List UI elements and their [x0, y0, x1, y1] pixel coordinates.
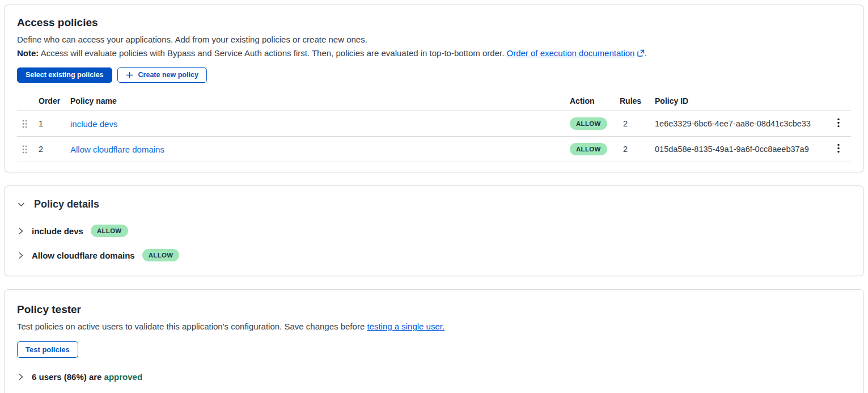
row-menu-button[interactable] [834, 140, 843, 158]
column-header-rules: Rules [620, 96, 655, 105]
drag-handle-icon[interactable] [22, 145, 28, 154]
rules-cell: 2 [620, 119, 655, 128]
action-badge: ALLOW [142, 249, 180, 261]
page: Access policies Define who can access yo… [0, 0, 868, 393]
action-badge: ALLOW [570, 117, 607, 130]
tester-result-row[interactable]: 6 users (86%) are approved [17, 372, 851, 382]
result-count-text: 6 users (86%) are [32, 372, 104, 382]
action-badge: ALLOW [570, 143, 607, 155]
table-header-row: Order Policy name Action Rules Policy ID [17, 94, 851, 111]
policy-tester-title: Policy tester [17, 303, 851, 316]
policy-name-link[interactable]: Allow cloudflare domains [70, 145, 164, 154]
tester-description-text: Test policies on active users to validat… [17, 322, 367, 331]
policy-id-cell: 015da58e-8135-49a1-9a6f-0cc8aeeb37a9 [655, 145, 826, 154]
chevron-right-icon [17, 252, 24, 259]
row-menu-button[interactable] [834, 115, 843, 133]
policy-tester-description: Test policies on active users to validat… [17, 320, 851, 333]
policy-details-card: Policy details include devs ALLOW Allow … [4, 185, 864, 276]
policy-detail-item[interactable]: include devs ALLOW [17, 225, 851, 237]
table-row: 2 Allow cloudflare domains ALLOW 2 015da… [17, 137, 851, 162]
access-policies-card: Access policies Define who can access yo… [4, 5, 864, 172]
policy-details-title: Policy details [34, 198, 99, 210]
plus-icon [126, 71, 133, 79]
note-label: Note: [17, 48, 39, 58]
chevron-right-icon [17, 227, 24, 235]
column-header-policy-name: Policy name [70, 96, 570, 105]
policy-tester-card: Policy tester Test policies on active us… [4, 289, 864, 393]
tester-results: 6 users (86%) are approved 1 user (14%) … [17, 372, 851, 393]
column-header-order: Order [39, 96, 70, 105]
external-link-icon [637, 49, 645, 57]
kebab-icon [837, 143, 840, 155]
policy-name-link[interactable]: include devs [70, 119, 117, 129]
select-existing-policies-button[interactable]: Select existing policies [17, 67, 112, 83]
drag-handle-icon[interactable] [22, 119, 28, 129]
policy-details-header[interactable]: Policy details [17, 193, 851, 212]
policy-id-cell: 1e6e3329-6bc6-4ee7-aa8e-08d41c3cbe33 [655, 119, 826, 128]
test-policies-button[interactable]: Test policies [17, 341, 78, 358]
create-new-policy-button[interactable]: Create new policy [117, 67, 207, 83]
table-row: 1 include devs ALLOW 2 1e6e3329-6bc6-4ee… [17, 111, 851, 137]
access-policies-title: Access policies [17, 16, 851, 29]
action-badge: ALLOW [91, 225, 128, 237]
policy-detail-name: include devs [32, 226, 83, 236]
access-policies-description: Define who can access your applications.… [17, 33, 851, 47]
access-policies-note: Note: Access will evaluate policies with… [17, 47, 851, 60]
kebab-icon [837, 118, 840, 129]
rules-cell: 2 [620, 145, 655, 154]
create-new-policy-label: Create new policy [138, 71, 198, 79]
policies-table: Order Policy name Action Rules Policy ID… [17, 94, 851, 162]
order-cell: 1 [39, 119, 70, 128]
order-of-execution-link[interactable]: Order of execution documentation [506, 48, 634, 58]
chevron-right-icon [17, 373, 24, 381]
policy-actions-row: Select existing policies Create new poli… [17, 67, 851, 83]
note-text: Access will evaluate policies with Bypas… [39, 48, 506, 58]
policy-detail-name: Allow cloudflare domains [32, 251, 135, 260]
column-header-action: Action [570, 96, 620, 105]
note-suffix: . [645, 48, 647, 58]
chevron-down-icon [17, 200, 26, 209]
order-cell: 2 [39, 145, 70, 154]
column-header-policy-id: Policy ID [655, 96, 826, 105]
result-status: approved [104, 372, 143, 382]
policy-detail-item[interactable]: Allow cloudflare domains ALLOW [17, 249, 851, 261]
testing-single-user-link[interactable]: testing a single user. [367, 322, 444, 331]
